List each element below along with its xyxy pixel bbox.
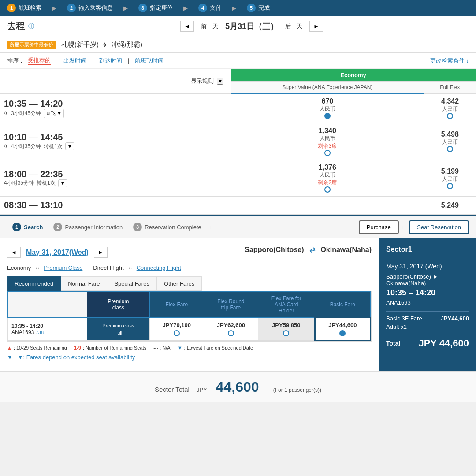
sector-fare-row: Basic 3E Fare JPY44,600 bbox=[386, 311, 469, 322]
en-dest: Okinawa(Naha) bbox=[320, 246, 372, 253]
cn-step-label-4: 支付 bbox=[210, 4, 221, 12]
cn-sv-radio-2[interactable] bbox=[324, 150, 331, 156]
cn-ff-radio-3[interactable] bbox=[447, 183, 453, 189]
sector-route-arrow: ► bbox=[433, 273, 439, 280]
cn-step-5[interactable]: 5 完成 bbox=[247, 4, 270, 12]
tab-other-fares[interactable]: Other Fares bbox=[157, 276, 202, 291]
info-icon[interactable]: ⓘ bbox=[28, 22, 34, 30]
legend-red-label: : Number of Remaining Seats bbox=[83, 345, 146, 350]
flex-ana-link[interactable]: Flex Fare forANA CardHolder bbox=[271, 295, 301, 314]
sort-recommended[interactable]: 受推荐的 bbox=[28, 56, 51, 65]
cn-step-num-2: 2 bbox=[67, 4, 76, 12]
cn-sv-currency-1: 人民币 bbox=[235, 105, 420, 113]
cn-flight-row-4: 08:30 — 13:10 5,249 bbox=[0, 197, 476, 214]
tab-recommended[interactable]: Recommended bbox=[7, 276, 61, 291]
cn-route: 札幌(新千岁) ✈ 冲绳(那霸) bbox=[61, 41, 142, 49]
cn-step-label-1: 航班检索 bbox=[19, 4, 41, 12]
cn-ff-price-3[interactable]: 5,199 人民币 bbox=[424, 160, 476, 197]
cn-step-num-5: 5 bbox=[247, 4, 256, 12]
sort-arrival[interactable]: 到达时间 bbox=[99, 57, 122, 65]
next-day-button[interactable]: ► bbox=[309, 21, 323, 32]
cn-ff-radio-2[interactable] bbox=[447, 146, 453, 152]
cn-ff-price-1[interactable]: 4,342 人民币 bbox=[424, 93, 476, 123]
cn-ff-amount-4: 5,249 bbox=[428, 201, 472, 209]
cn-ff-amount-1: 4,342 bbox=[428, 97, 472, 105]
cn-step-num-1: 1 bbox=[7, 4, 16, 12]
cn-sv-radio-1[interactable] bbox=[324, 113, 331, 119]
prev-day-button[interactable]: ◄ bbox=[180, 21, 194, 32]
down-arrow-icon: ▼ bbox=[178, 345, 182, 350]
en-flex-radio[interactable] bbox=[174, 330, 180, 336]
premium-class-link[interactable]: Premium Class bbox=[44, 264, 82, 271]
legend-arrow-label: : Lowest Fare on Specified Date bbox=[184, 345, 253, 350]
stop-button-2[interactable]: ▼ bbox=[65, 142, 74, 150]
cn-step-4[interactable]: 4 支付 bbox=[198, 4, 221, 12]
cn-current-date: 5月31日（三） bbox=[225, 21, 278, 32]
sector-total-bar-label: Sector Total bbox=[155, 386, 190, 393]
cn-ff-radio-1[interactable] bbox=[447, 113, 453, 119]
tab-special-fares[interactable]: Special Fares bbox=[107, 276, 156, 291]
en-flex-price[interactable]: JPY70,100 bbox=[149, 318, 204, 341]
en-basic-price[interactable]: JPY44,600 bbox=[315, 318, 370, 341]
sector-total-label: Total bbox=[386, 340, 400, 347]
en-flex-amount: JPY70,100 bbox=[152, 322, 201, 328]
cn-sv-radio-3[interactable] bbox=[324, 186, 331, 193]
cn-sv-price-1[interactable]: 670 人民币 bbox=[231, 93, 424, 123]
sort-duration[interactable]: 航班飞时间 bbox=[135, 57, 164, 65]
en-step-label-1: Search bbox=[24, 224, 43, 231]
en-basic-radio[interactable] bbox=[339, 330, 346, 336]
fare-legend: ▲ : 10-29 Seats Remaining 1-9 : Number o… bbox=[7, 342, 372, 354]
connecting-flight-link[interactable]: Connecting Flight bbox=[137, 264, 181, 271]
sector-total-bar-currency: JPY bbox=[197, 387, 207, 393]
en-prev-day-button[interactable]: ◄ bbox=[7, 247, 21, 258]
en-flight-section: 1 Search 2 Passenger Information 3 Reser… bbox=[0, 215, 476, 402]
cn-ff-price-4[interactable]: 5,249 bbox=[424, 197, 476, 214]
stop-button-3[interactable]: ▼ bbox=[58, 179, 67, 187]
direct-flight-button-1[interactable]: 直飞 ▼ bbox=[44, 109, 64, 118]
cn-sv-price-3[interactable]: 1,376 人民币 剩余2席 bbox=[231, 160, 424, 197]
en-plus-1: + bbox=[207, 224, 214, 231]
cn-flight-section: 去程 ⓘ ◄ 前一天 5月31日（三） 后一天 ► 所显示票价中最低价 札幌(新… bbox=[0, 16, 476, 215]
sector-total-bar: Sector Total JPY 44,600 (For 1 passenger… bbox=[0, 371, 476, 402]
en-flex-ana-price[interactable]: JPY59,850 bbox=[258, 318, 315, 341]
cn-stop-2: 转机1次 bbox=[44, 143, 63, 150]
route-swap-icon[interactable]: ⇄ bbox=[309, 246, 315, 253]
cn-sort-row: 排序： 受推荐的 ｜ 出发时间 ｜ 到达时间 ｜ 航班飞时间 更改检索条件 ↓ bbox=[0, 53, 476, 69]
cn-flight-info-4: 08:30 — 13:10 bbox=[0, 197, 231, 214]
aircraft-link-1[interactable]: 738 bbox=[36, 330, 44, 335]
basic-fare-link[interactable]: Basic Fare bbox=[330, 301, 355, 308]
super-value-header: Super Value (ANA Experience JAPAN) bbox=[231, 82, 424, 94]
display-rules-button[interactable]: ▼ bbox=[217, 78, 223, 85]
en-left-panel: ◄ May 31, 2017(Wed) ► Sapporo(Chitose) ⇄… bbox=[0, 238, 379, 371]
cn-step-label-2: 输入乘客信息 bbox=[78, 4, 113, 12]
en-step-3[interactable]: 3 Reservation Complete bbox=[128, 220, 207, 234]
en-flex-ana-radio[interactable] bbox=[283, 330, 289, 336]
tab-normal-fare[interactable]: Normal Fare bbox=[61, 276, 107, 291]
economy-header: Economy bbox=[231, 69, 476, 82]
cn-step-3[interactable]: 3 指定座位 bbox=[138, 4, 173, 12]
en-flexrt-radio[interactable] bbox=[228, 330, 234, 336]
red-range-label: 1-9 bbox=[74, 345, 81, 350]
flex-roundtrip-link[interactable]: Flex Roundtrip Fare bbox=[217, 298, 244, 311]
fares-note-link[interactable]: ▼: Fares depend on expected seat availab… bbox=[18, 354, 135, 361]
cn-ff-price-2[interactable]: 5,498 人民币 bbox=[424, 123, 476, 160]
cn-sv-price-2[interactable]: 1,340 人民币 剩余3席 bbox=[231, 123, 424, 160]
update-search-link[interactable]: 更改检索条件 ↓ bbox=[430, 57, 469, 65]
en-next-day-button[interactable]: ► bbox=[94, 247, 108, 258]
seat-reservation-button[interactable]: Seat Reservation bbox=[409, 220, 469, 234]
cn-sv-amount-2: 1,340 bbox=[234, 127, 420, 135]
en-current-date[interactable]: May 31, 2017(Wed) bbox=[26, 249, 89, 257]
sort-departure[interactable]: 出发时间 bbox=[63, 57, 86, 65]
legend-triangle-label: : 10-29 Seats Remaining bbox=[14, 345, 67, 350]
cn-step-2[interactable]: 2 输入乘客信息 bbox=[67, 4, 113, 12]
nav-divider-1: ▶ bbox=[52, 5, 56, 11]
purchase-button[interactable]: Purchase bbox=[359, 220, 399, 234]
flex-fare-link[interactable]: Flex Fare bbox=[165, 301, 188, 308]
cn-title: 去程 bbox=[7, 20, 25, 32]
en-step-2[interactable]: 2 Passenger Information bbox=[48, 220, 128, 234]
cn-step-1: 1 航班检索 bbox=[7, 4, 41, 12]
full-flex-header: Full Flex bbox=[424, 82, 476, 94]
triangle-icon: ▲ bbox=[7, 345, 12, 350]
en-flexrt-price[interactable]: JPY62,600 bbox=[204, 318, 258, 341]
sort-label: 排序： bbox=[7, 57, 24, 65]
